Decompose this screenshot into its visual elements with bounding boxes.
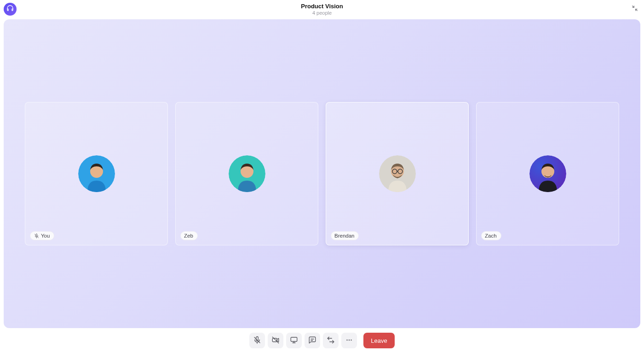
svg-point-27 <box>347 339 348 340</box>
swap-icon <box>327 336 335 346</box>
video-stage: You Zeb <box>4 19 640 328</box>
call-subtitle: 4 people <box>301 10 343 16</box>
leave-button[interactable]: Leave <box>363 333 394 348</box>
mute-button[interactable] <box>249 333 265 348</box>
share-screen-button[interactable] <box>286 333 302 348</box>
participant-name-pill: Zach <box>481 231 501 240</box>
svg-rect-20 <box>291 337 298 341</box>
mic-off-icon <box>34 233 39 238</box>
arrows-in-icon <box>632 5 638 13</box>
camera-off-icon <box>271 336 280 346</box>
participant-tile[interactable]: Zeb <box>175 102 318 245</box>
call-controls-dock: Leave <box>0 333 644 348</box>
swap-button[interactable] <box>323 333 339 348</box>
svg-point-29 <box>351 339 352 340</box>
participant-name-pill: You <box>30 231 54 240</box>
participant-name-pill: Brendan <box>331 231 359 240</box>
avatar <box>229 155 265 192</box>
monitor-icon <box>290 336 298 346</box>
participant-tile[interactable]: Brendan <box>326 102 469 245</box>
more-button[interactable] <box>341 333 357 348</box>
avatar <box>529 155 566 192</box>
headphones-icon <box>6 5 14 14</box>
svg-line-19 <box>273 337 279 343</box>
participant-tile[interactable]: Zach <box>476 102 619 245</box>
participant-name-label: Zeb <box>184 233 193 238</box>
participant-name-pill: Zeb <box>180 231 198 240</box>
svg-point-28 <box>349 339 350 340</box>
chat-icon <box>308 336 316 346</box>
mic-off-icon <box>253 336 261 346</box>
participant-name-label: Brendan <box>334 233 354 238</box>
participant-name-label: Zach <box>485 233 497 238</box>
chat-button[interactable] <box>305 333 320 348</box>
more-icon <box>345 336 353 346</box>
call-title-block: Product Vision 4 people <box>301 3 343 16</box>
call-title: Product Vision <box>301 3 343 10</box>
minimize-button[interactable] <box>630 5 639 14</box>
app-logo[interactable] <box>4 3 17 16</box>
participant-tile[interactable]: You <box>25 102 168 245</box>
avatar <box>78 155 115 192</box>
top-bar: Product Vision 4 people <box>0 0 644 18</box>
participant-name-label: You <box>41 233 50 238</box>
camera-button[interactable] <box>268 333 283 348</box>
avatar <box>379 155 416 192</box>
